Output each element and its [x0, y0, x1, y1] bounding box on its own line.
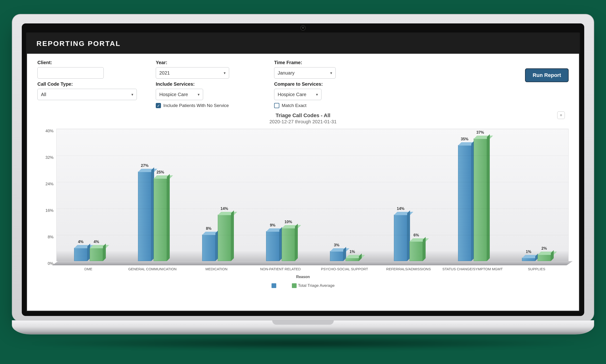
bars-row: 4%4%27%25%8%14%9%10%3%1%14%6%35%37%1%2% — [57, 129, 568, 261]
chart-plot: 0%8%16%24%32%40% 4%4%27%25%8%14%9%10%3%1… — [37, 129, 569, 261]
bar-group: 3%1% — [313, 129, 376, 261]
bar-series-a[interactable]: 14% — [394, 215, 407, 261]
chevron-down-icon: ▾ — [224, 71, 225, 75]
callcode-select[interactable]: All ▾ — [37, 89, 137, 100]
bar-series-a[interactable]: 3% — [330, 251, 343, 261]
compare-services-select[interactable]: Hospice Care ▾ — [274, 89, 321, 100]
chart-menu-button[interactable]: ≡ — [557, 111, 565, 119]
bar-series-b[interactable]: 6% — [409, 241, 423, 261]
client-label: Client: — [37, 60, 146, 65]
chart-title: Triage Call Codes - All — [37, 112, 569, 118]
bar-series-a[interactable]: 8% — [202, 234, 215, 261]
y-tick-label: 0% — [48, 261, 53, 266]
bar-value-label: 1% — [526, 250, 531, 254]
bar-series-b[interactable]: 10% — [282, 228, 295, 261]
year-select-value: 2021 — [159, 70, 170, 76]
y-axis: 0%8%16%24%32%40% — [37, 129, 56, 261]
bar-series-a[interactable]: 27% — [138, 172, 151, 261]
y-tick-label: 8% — [48, 235, 53, 239]
bar-series-b[interactable]: 37% — [474, 138, 487, 261]
x-tick-label: PSYCHO-SOCIAL SUPPORT — [313, 267, 377, 272]
bar-value-label: 1% — [350, 250, 355, 254]
timeframe-label: Time Frame: — [274, 60, 393, 65]
include-no-service-checkbox[interactable]: ✓ — [156, 103, 161, 108]
bar-value-label: 4% — [78, 240, 84, 244]
bar-series-b[interactable]: 1% — [346, 258, 359, 261]
bar-value-label: 2% — [541, 246, 547, 251]
legend-item-series-b[interactable]: Total Triage Average — [292, 283, 335, 288]
bar-value-label: 27% — [141, 164, 148, 168]
x-tick-label: STATUS CHANGE/SYMPTOM MGMT — [441, 267, 505, 272]
bar-series-a[interactable]: 1% — [522, 258, 535, 261]
x-axis-label: Reason — [37, 275, 569, 279]
bar-series-b[interactable]: 4% — [90, 248, 103, 261]
include-services-value: Hospice Care — [159, 92, 188, 97]
x-tick-label: MEDICATION — [184, 267, 249, 272]
bar-series-b[interactable]: 2% — [538, 254, 551, 261]
bar-group: 1%2% — [504, 129, 568, 261]
bar-group: 4%4% — [57, 129, 120, 261]
match-exact-checkbox[interactable] — [274, 103, 279, 108]
page-title: REPORTING PORTAL — [27, 33, 579, 54]
year-select[interactable]: 2021 ▾ — [156, 67, 229, 78]
webcam-icon — [300, 25, 306, 30]
laptop-base — [12, 320, 594, 334]
bar-value-label: 37% — [476, 130, 484, 135]
bar-value-label: 14% — [397, 207, 404, 211]
chart-container: ≡ Triage Call Codes - All 2020-12-27 thr… — [27, 110, 579, 293]
caret-down-icon: ▾ — [316, 92, 318, 97]
client-input[interactable] — [37, 67, 104, 78]
x-tick-label: SUPPLIES — [505, 267, 569, 272]
bar-series-b[interactable]: 14% — [218, 215, 231, 261]
year-label: Year: — [156, 60, 265, 65]
legend-item-series-a[interactable] — [272, 283, 278, 288]
bar-value-label: 3% — [334, 243, 340, 247]
y-tick-label: 32% — [45, 155, 53, 160]
y-tick-label: 16% — [45, 208, 53, 213]
legend-swatch-green — [292, 283, 297, 288]
bar-value-label: 14% — [221, 207, 228, 211]
bar-value-label: 35% — [461, 137, 468, 141]
laptop-notch — [272, 320, 334, 325]
bar-value-label: 25% — [157, 170, 164, 174]
include-services-select[interactable]: Hospice Care ▾ — [156, 89, 203, 100]
bar-value-label: 8% — [206, 226, 211, 231]
x-tick-label: REFERRALS/ADMISSIONS — [377, 267, 441, 272]
callcode-label: Call Code Type: — [37, 81, 146, 87]
include-no-service-label: Include Patients With No Service — [163, 103, 229, 108]
bar-value-label: 9% — [270, 223, 275, 227]
bar-value-label: 6% — [414, 233, 419, 237]
bar-value-label: 10% — [285, 220, 292, 224]
bar-series-a[interactable]: 4% — [74, 248, 87, 261]
filter-bar: Client: Year: 2021 ▾ Time Frame: Janua — [27, 54, 579, 110]
bar-group: 14%6% — [376, 129, 440, 261]
include-services-label: Include Services: — [156, 81, 265, 87]
chart-subtitle: 2020-12-27 through 2021-01-31 — [37, 119, 569, 125]
laptop-lid: REPORTING PORTAL Client: Year: 2021 ▾ — [12, 14, 594, 322]
screen-bezel: REPORTING PORTAL Client: Year: 2021 ▾ — [22, 24, 584, 316]
bar-value-label: 4% — [94, 240, 99, 244]
plot-area: 4%4%27%25%8%14%9%10%3%1%14%6%35%37%1%2% — [56, 129, 569, 261]
run-report-button[interactable]: Run Report — [525, 68, 569, 82]
legend-swatch-blue — [272, 283, 276, 288]
y-tick-label: 24% — [45, 182, 53, 186]
bar-series-a[interactable]: 9% — [266, 231, 279, 261]
caret-down-icon: ▾ — [198, 92, 199, 97]
chevron-down-icon: ▾ — [131, 92, 133, 97]
laptop-mockup: REPORTING PORTAL Client: Year: 2021 ▾ — [12, 14, 594, 350]
app-window: REPORTING PORTAL Client: Year: 2021 ▾ — [26, 32, 580, 312]
bar-series-b[interactable]: 25% — [154, 178, 167, 261]
timeframe-select[interactable]: January ▾ — [274, 67, 336, 78]
bar-series-a[interactable]: 35% — [458, 145, 471, 261]
compare-services-label: Compare to Services: — [274, 81, 393, 87]
x-tick-label: NON-PATIENT RELATED — [249, 267, 313, 272]
bar-group: 8%14% — [185, 129, 249, 261]
match-exact-label: Match Exact — [282, 103, 306, 108]
legend-label-b: Total Triage Average — [298, 283, 335, 288]
chevron-down-icon: ▾ — [330, 71, 332, 75]
laptop-shadow — [26, 337, 580, 350]
bar-group: 27%25% — [120, 129, 184, 261]
x-tick-label: DME — [56, 267, 120, 272]
x-tick-label: GENERAL COMMUNICATION — [120, 267, 185, 272]
bar-group: 9%10% — [249, 129, 313, 261]
